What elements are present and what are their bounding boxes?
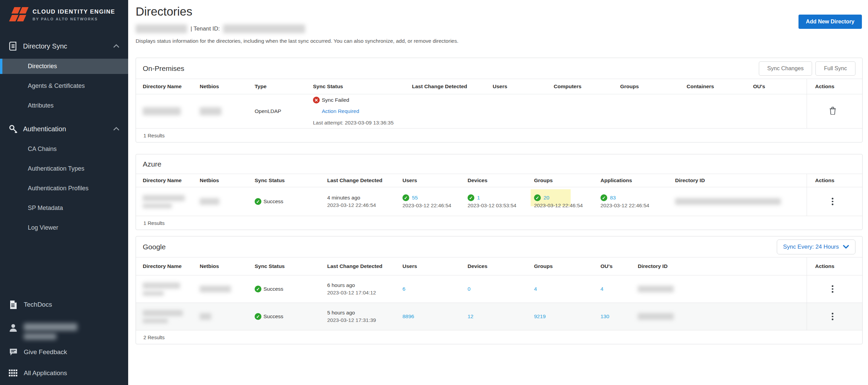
full-sync-button[interactable]: Full Sync: [815, 61, 855, 76]
check-circle-icon: ✓: [600, 194, 607, 201]
nav-group-authentication[interactable]: Authentication: [0, 121, 128, 137]
sidebar-item-give-feedback[interactable]: Give Feedback: [0, 344, 128, 360]
sidebar-item-ca-chains[interactable]: CA Chains: [0, 141, 128, 157]
last-change-cell: 5 hours ago 2023-03-12 17:31:39: [327, 303, 402, 330]
groups-cell: [620, 94, 687, 128]
on-premises-row: OpenLDAP ✕ Sync Failed Action Required L…: [136, 94, 862, 129]
sidebar-item-attributes[interactable]: Attributes: [0, 98, 128, 113]
google-results: 2 Results: [136, 330, 862, 344]
sync-changes-button[interactable]: Sync Changes: [759, 61, 812, 76]
google-row-1: ✓ Success 6 hours ago 2023-03-12 17:04:1…: [136, 275, 862, 303]
timestamp: 2023-03-12 22:46:54: [534, 203, 596, 209]
last-attempt-text: Last attempt: 2023-03-09 13:36:35: [313, 120, 408, 126]
col-last-change-detected: Last Change Detected: [412, 79, 493, 94]
sidebar-item-label: SP Metadata: [28, 205, 63, 212]
sidebar: CLOUD IDENTITY ENGINE BY PALO ALTO NETWO…: [0, 0, 128, 385]
sidebar-nav: Directory Sync Directories Agents & Cert…: [0, 38, 128, 235]
delete-directory-button[interactable]: [829, 107, 836, 116]
sidebar-user[interactable]: [0, 321, 128, 340]
directory-name-cell: [143, 94, 200, 128]
directory-id-cell: [675, 187, 807, 216]
google-devices-count-link[interactable]: 12: [468, 313, 530, 320]
azure-table-header: Directory Name Netbios Sync Status Last …: [136, 174, 862, 187]
google-users-count-link[interactable]: 8896: [402, 313, 463, 320]
sync-status-cell: ✕ Sync Failed Action Required Last attem…: [313, 94, 412, 128]
sidebar-item-label: Log Viewer: [28, 224, 58, 231]
ous-cell: 130: [600, 303, 638, 330]
col-groups: Groups: [534, 257, 600, 275]
ous-cell: [753, 94, 807, 128]
action-required-link[interactable]: Action Required: [322, 108, 359, 114]
check-circle-icon: ✓: [534, 194, 541, 201]
col-directory-name: Directory Name: [143, 79, 200, 94]
sidebar-item-authentication-types[interactable]: Authentication Types: [0, 161, 128, 176]
azure-users-count-link[interactable]: 55: [412, 195, 418, 201]
netbios-cell: [200, 303, 255, 330]
nav-group-directory-sync[interactable]: Directory Sync: [0, 38, 128, 54]
row-actions-kebab-button[interactable]: [830, 311, 835, 322]
brand-title: CLOUD IDENTITY ENGINE: [33, 8, 115, 15]
azure-results: 1 Results: [136, 216, 862, 230]
sidebar-item-all-applications[interactable]: All Applications: [0, 365, 128, 381]
sidebar-item-techdocs[interactable]: TechDocs: [0, 297, 128, 312]
trash-icon: [829, 107, 836, 115]
chevron-up-icon: [113, 43, 119, 49]
check-circle-icon: ✓: [468, 194, 474, 201]
netbios-cell: [200, 94, 255, 128]
users-cell: 8896: [402, 303, 468, 330]
sync-every-dropdown[interactable]: Sync Every: 24 Hours: [777, 239, 855, 254]
google-devices-count-link[interactable]: 0: [468, 286, 530, 292]
document-icon: [9, 300, 18, 309]
azure-devices-count-link[interactable]: 1: [477, 195, 480, 201]
add-new-directory-button[interactable]: Add New Directory: [798, 15, 862, 29]
azure-title: Azure: [143, 160, 161, 168]
sidebar-bottom: TechDocs Give Feedback: [0, 297, 128, 385]
relative-time: 4 minutes ago: [327, 195, 398, 201]
check-circle-icon: ✓: [402, 194, 409, 201]
sidebar-item-sp-metadata[interactable]: SP Metadata: [0, 200, 128, 216]
feedback-bubble-icon: [9, 348, 18, 356]
google-groups-count-link[interactable]: 9219: [534, 313, 596, 320]
row-actions-kebab-button[interactable]: [830, 196, 835, 207]
redacted-user-name: [24, 323, 77, 340]
sidebar-item-label: Authentication Types: [28, 165, 84, 172]
sidebar-item-authentication-profiles[interactable]: Authentication Profiles: [0, 181, 128, 196]
col-containers: Containers: [687, 79, 753, 94]
ous-cell: 4: [600, 275, 638, 303]
redacted-directory-id: [638, 313, 674, 320]
netbios-cell: [200, 187, 255, 216]
azure-section: Azure Directory Name Netbios Sync Status…: [136, 154, 863, 230]
sidebar-item-directories[interactable]: Directories: [0, 59, 128, 74]
key-icon: [9, 124, 18, 133]
redacted-directory-id: [638, 286, 674, 292]
google-groups-count-link[interactable]: 4: [534, 286, 596, 292]
users-cell: 6: [402, 275, 468, 303]
users-cell: [493, 94, 554, 128]
col-directory-id: Directory ID: [675, 174, 807, 187]
users-cell: ✓ 55 2023-03-12 22:46:54: [402, 187, 468, 216]
success-label: Success: [263, 198, 283, 205]
timestamp: 2023-03-12 17:31:39: [327, 317, 398, 323]
google-table-header: Directory Name Netbios Sync Status Last …: [136, 257, 862, 275]
sync-failed-icon: ✕: [313, 97, 320, 103]
sync-status-cell: ✓ Success: [255, 303, 327, 330]
sidebar-item-log-viewer[interactable]: Log Viewer: [0, 220, 128, 235]
google-users-count-link[interactable]: 6: [402, 286, 463, 292]
google-ous-count-link[interactable]: 130: [600, 313, 634, 320]
azure-groups-count-link[interactable]: 20: [544, 195, 549, 201]
tenant-line: | Tenant ID:: [136, 24, 861, 34]
azure-applications-count-link[interactable]: 83: [610, 195, 616, 201]
sidebar-item-agents-certificates[interactable]: Agents & Certificates: [0, 78, 128, 94]
col-last-change-detected: Last Change Detected: [327, 174, 402, 187]
sync-failed-label: Sync Failed: [322, 97, 349, 103]
actions-cell: [807, 94, 862, 128]
timestamp: 2023-03-12 22:46:54: [327, 202, 398, 208]
redacted-directory-name: [143, 195, 196, 208]
row-actions-kebab-button[interactable]: [830, 283, 835, 295]
on-premises-results: 1 Results: [136, 129, 862, 142]
sidebar-item-label: Directories: [28, 63, 57, 70]
col-sync-status: Sync Status: [255, 174, 327, 187]
chevron-down-icon: [843, 245, 849, 249]
google-ous-count-link[interactable]: 4: [600, 286, 634, 292]
col-devices: Devices: [468, 174, 534, 187]
